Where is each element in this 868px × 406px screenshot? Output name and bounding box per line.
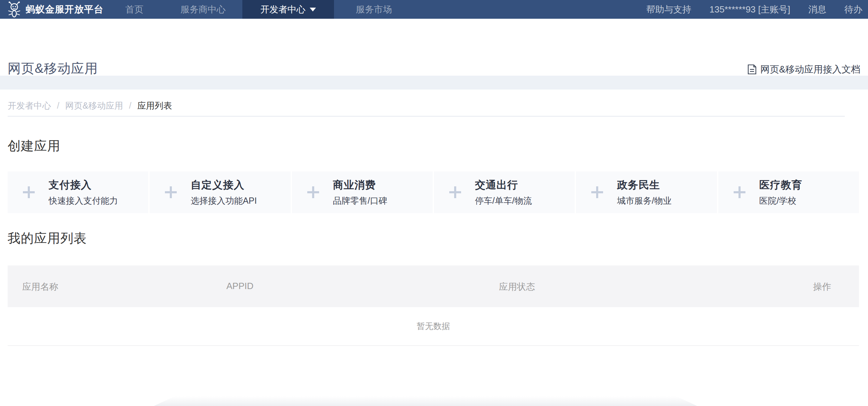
doc-link-label: 网页&移动应用接入文档 — [760, 63, 860, 76]
column-appid: APPID — [226, 281, 253, 291]
breadcrumb: 开发者中心 / 网页&移动应用 / 应用列表 — [8, 100, 172, 111]
nav-item-label: 开发者中心 — [260, 3, 306, 16]
help-support-link[interactable]: 帮助与支持 — [646, 3, 691, 16]
card-subtitle: 品牌零售/口碑 — [333, 195, 387, 206]
empty-state-text: 暂无数据 — [417, 321, 450, 332]
brand-name: 蚂蚁金服开放平台 — [26, 3, 103, 16]
page: 蚂蚁金服开放平台 首页 服务商中心 开发者中心 服务市场 帮助与支持 135**… — [0, 0, 868, 406]
card-title: 自定义接入 — [191, 178, 257, 192]
plus-icon — [591, 186, 603, 198]
breadcrumb-web-mobile-app[interactable]: 网页&移动应用 — [65, 101, 123, 110]
breadcrumb-divider — [8, 116, 845, 117]
page-title: 网页&移动应用 — [8, 60, 98, 77]
create-card-government[interactable]: 政务民生 城市服务/物业 — [576, 171, 717, 213]
create-card-custom[interactable]: 自定义接入 选择接入功能API — [150, 171, 290, 213]
plus-icon — [734, 186, 745, 198]
card-title: 政务民生 — [617, 178, 671, 192]
create-card-transport[interactable]: 交通出行 停车/单车/物流 — [434, 171, 575, 213]
create-section-title: 创建应用 — [8, 137, 60, 155]
card-title: 商业消费 — [333, 178, 387, 192]
create-card-commerce[interactable]: 商业消费 品牌零售/口碑 — [292, 171, 433, 213]
page-header: 网页&移动应用 网页&移动应用接入文档 — [0, 19, 868, 76]
account-label[interactable]: 135******93 [主账号] — [709, 3, 790, 16]
column-app-name: 应用名称 — [22, 281, 58, 293]
card-subtitle: 选择接入功能API — [191, 195, 257, 206]
card-text: 交通出行 停车/单车/物流 — [475, 178, 532, 206]
app-list-title: 我的应用列表 — [8, 230, 87, 247]
navbar-right: 帮助与支持 135******93 [主账号] 消息 待办 — [646, 0, 868, 19]
app-table: 应用名称 APPID 应用状态 操作 暂无数据 — [8, 265, 859, 346]
nav-item-developer-center[interactable]: 开发者中心 — [242, 0, 334, 19]
card-subtitle: 停车/单车/物流 — [475, 195, 532, 206]
nav-item-label: 首页 — [125, 3, 143, 16]
messages-link[interactable]: 消息 — [808, 3, 826, 16]
card-text: 自定义接入 选择接入功能API — [191, 178, 257, 206]
top-navbar: 蚂蚁金服开放平台 首页 服务商中心 开发者中心 服务市场 帮助与支持 135**… — [0, 0, 868, 19]
create-card-medical-education[interactable]: 医疗教育 医院/学校 — [718, 171, 859, 213]
app-table-header: 应用名称 APPID 应用状态 操作 — [8, 265, 859, 307]
breadcrumb-separator: / — [57, 101, 59, 110]
column-actions: 操作 — [813, 281, 831, 293]
create-card-payment[interactable]: 支付接入 快速接入支付能力 — [8, 171, 148, 213]
create-card-strip: 支付接入 快速接入支付能力 自定义接入 选择接入功能API 商业消费 品牌零售/… — [8, 171, 859, 213]
nav-item-home[interactable]: 首页 — [105, 0, 164, 19]
nav-item-service-market[interactable]: 服务市场 — [334, 0, 414, 19]
nav-item-label: 服务市场 — [356, 3, 392, 16]
breadcrumb-current: 应用列表 — [137, 101, 172, 110]
plus-icon — [23, 186, 35, 198]
card-subtitle: 医院/学校 — [759, 195, 802, 206]
footer-shadow — [154, 396, 697, 406]
breadcrumb-developer-center[interactable]: 开发者中心 — [8, 101, 51, 110]
card-subtitle: 快速接入支付能力 — [49, 195, 118, 206]
card-text: 医疗教育 医院/学校 — [759, 178, 802, 206]
ant-logo-icon — [7, 1, 22, 17]
card-title: 医疗教育 — [759, 178, 802, 192]
brand[interactable]: 蚂蚁金服开放平台 — [0, 0, 103, 19]
card-text: 支付接入 快速接入支付能力 — [49, 178, 118, 206]
plus-icon — [307, 186, 319, 198]
plus-icon — [449, 186, 461, 198]
nav-item-label: 服务商中心 — [181, 3, 226, 16]
header-divider-band — [0, 76, 868, 90]
plus-icon — [165, 186, 177, 198]
breadcrumb-separator: / — [129, 101, 132, 110]
card-text: 商业消费 品牌零售/口碑 — [333, 178, 387, 206]
card-text: 政务民生 城市服务/物业 — [617, 178, 671, 206]
empty-state: 暂无数据 — [8, 307, 859, 346]
chevron-down-icon — [310, 8, 316, 11]
card-title: 支付接入 — [49, 178, 118, 192]
card-subtitle: 城市服务/物业 — [617, 195, 671, 206]
column-app-status: 应用状态 — [499, 281, 535, 293]
document-icon — [747, 64, 757, 75]
nav-item-service-provider-center[interactable]: 服务商中心 — [164, 0, 242, 19]
doc-link[interactable]: 网页&移动应用接入文档 — [747, 63, 860, 76]
todo-link[interactable]: 待办 — [844, 3, 862, 16]
card-title: 交通出行 — [475, 178, 532, 192]
